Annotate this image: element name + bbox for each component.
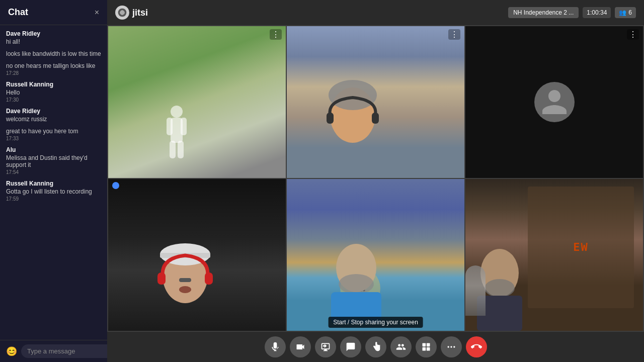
tile-menu-2[interactable]: ⋮: [448, 29, 460, 40]
jitsi-logo-icon: [115, 6, 129, 20]
meeting-info: NH Independence 2 ... 1:00:34 👥 6: [508, 7, 636, 18]
chat-time: 17:30: [6, 97, 101, 103]
list-item: great to have you here tom 17:33: [6, 128, 101, 141]
list-item: Russell Kanning Hello 17:30: [6, 81, 101, 103]
chat-sender: Russell Kanning: [6, 180, 101, 187]
video-tile-3: ⋮: [465, 26, 643, 178]
main-content: jitsi NH Independence 2 ... 1:00:34 👥 6: [107, 0, 644, 362]
list-item: Russell Kanning Gotta go I will listen t…: [6, 180, 101, 202]
jitsi-logo: jitsi: [115, 6, 148, 20]
svg-rect-14: [157, 273, 166, 285]
chat-sender: Russell Kanning: [6, 81, 101, 88]
more-options-button[interactable]: [441, 336, 462, 357]
svg-point-19: [339, 274, 374, 294]
jitsi-logo-text: jitsi: [132, 8, 148, 18]
video-tile-2: ⋮: [287, 26, 464, 178]
tile-menu-1[interactable]: ⋮: [270, 29, 282, 40]
participants-badge: 👥 6: [615, 7, 636, 18]
svg-point-8: [329, 80, 377, 110]
close-icon[interactable]: ×: [95, 8, 99, 17]
svg-rect-27: [426, 347, 430, 351]
svg-rect-25: [426, 343, 430, 347]
svg-point-30: [453, 346, 455, 347]
screen-share-button[interactable]: [315, 336, 336, 357]
svg-point-28: [447, 346, 449, 347]
active-speaker-indicator: [112, 182, 119, 189]
raise-hand-button[interactable]: [365, 336, 386, 357]
chat-time: 17:54: [6, 169, 101, 175]
participants-count: 6: [628, 9, 632, 16]
svg-point-22: [485, 279, 515, 297]
tile-menu-3[interactable]: ⋮: [627, 29, 639, 40]
svg-rect-24: [422, 343, 426, 347]
tile-view-button[interactable]: [416, 336, 437, 357]
chat-message-list: Dave Ridley hi all! looks like bandwidth…: [0, 25, 107, 340]
video-grid: ⋮ ⋮ ⋮: [107, 25, 644, 332]
chat-time: 17:59: [6, 196, 101, 202]
chat-sender: Alu: [6, 146, 101, 153]
participants-button[interactable]: [390, 336, 412, 357]
chat-text: welcomz russiz: [6, 116, 101, 123]
meeting-timer: 1:00:34: [583, 7, 611, 18]
list-item: looks like bandwidth is low this time: [6, 50, 101, 57]
video-tile-5: 🏛: [287, 179, 464, 331]
sidebar-header: Chat ×: [0, 0, 107, 25]
chat-text: looks like bandwidth is low this time: [6, 50, 101, 57]
svg-rect-15: [205, 273, 213, 285]
chat-time: 17:28: [6, 70, 101, 76]
svg-rect-26: [422, 347, 426, 351]
chat-time: 17:33: [6, 136, 101, 141]
list-item: no one hears me tallign looks like 17:28: [6, 62, 101, 76]
chat-text: no one hears me tallign looks like: [6, 62, 101, 69]
topbar: jitsi NH Independence 2 ... 1:00:34 👥 6: [107, 0, 644, 25]
svg-rect-3: [167, 118, 173, 135]
meeting-name: NH Independence 2 ...: [508, 7, 579, 18]
svg-rect-10: [372, 113, 379, 124]
svg-rect-5: [170, 141, 176, 158]
camera-button[interactable]: [290, 336, 311, 357]
svg-point-16: [179, 286, 191, 293]
avatar-placeholder: [534, 82, 575, 122]
chat-sender: Dave Ridley: [6, 30, 101, 37]
svg-rect-9: [327, 113, 334, 124]
message-input[interactable]: [21, 344, 118, 358]
participants-icon: 👥: [619, 9, 626, 16]
toolbar: Start / Stop sharing your screen: [107, 332, 644, 362]
video-tile-1: ⋮: [108, 26, 286, 178]
svg-rect-20: [331, 292, 381, 323]
video-tile-4: [108, 179, 286, 331]
chat-text: Hello: [6, 89, 101, 96]
chat-text: great to have you here tom: [6, 128, 101, 135]
svg-point-29: [450, 346, 452, 347]
chat-text: Gotta go I will listen to recording: [6, 188, 101, 195]
end-call-button[interactable]: [466, 336, 487, 357]
emoji-button[interactable]: 😊: [5, 345, 18, 358]
svg-point-1: [171, 106, 183, 118]
chat-input-area: 😊 ➤: [0, 340, 107, 362]
list-item: Dave Ridley hi all!: [6, 30, 101, 45]
chat-title: Chat: [8, 7, 28, 18]
avatar-circle: [534, 82, 575, 122]
chat-button[interactable]: [340, 336, 361, 357]
list-item: Alu Melissa and Dustin said they'd suppo…: [6, 146, 101, 175]
svg-rect-4: [181, 118, 187, 135]
chat-text: hi all!: [6, 38, 101, 45]
video-tile-6: EW: [465, 179, 643, 331]
chat-text: Melissa and Dustin said they'd support i…: [6, 154, 101, 168]
list-item: Dave Ridley welcomz russiz: [6, 108, 101, 123]
svg-rect-6: [178, 141, 184, 158]
chat-sidebar: Chat × Dave Ridley hi all! looks like ba…: [0, 0, 107, 362]
microphone-button[interactable]: [265, 336, 286, 357]
chat-sender: Dave Ridley: [6, 108, 101, 115]
svg-rect-17: [179, 278, 191, 282]
